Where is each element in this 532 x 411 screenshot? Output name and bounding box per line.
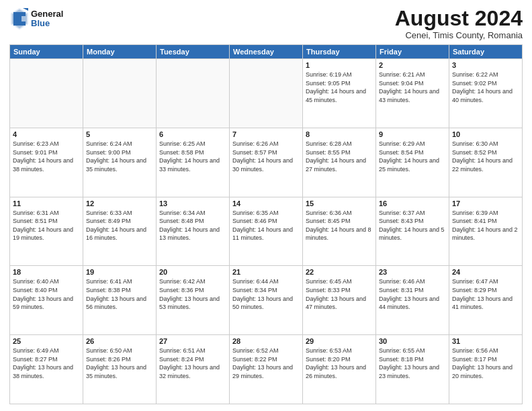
calendar-week-4: 25Sunrise: 6:49 AM Sunset: 8:27 PM Dayli… <box>10 335 523 404</box>
calendar-table: Sunday Monday Tuesday Wednesday Thursday… <box>9 44 523 404</box>
day-number: 13 <box>159 199 226 208</box>
day-number: 14 <box>232 199 300 208</box>
logo-icon <box>9 7 30 31</box>
month-title: August 2024 <box>395 7 523 30</box>
day-number: 29 <box>306 337 373 345</box>
day-info: Sunrise: 6:22 AM Sunset: 9:02 PM Dayligh… <box>452 71 519 104</box>
day-number: 24 <box>452 268 519 276</box>
day-number: 15 <box>306 199 373 208</box>
calendar-week-2: 11Sunrise: 6:31 AM Sunset: 8:51 PM Dayli… <box>10 197 523 266</box>
calendar-cell: 12Sunrise: 6:33 AM Sunset: 8:49 PM Dayli… <box>83 197 157 266</box>
calendar-cell: 2Sunrise: 6:21 AM Sunset: 9:04 PM Daylig… <box>376 59 449 128</box>
calendar-cell: 8Sunrise: 6:28 AM Sunset: 8:55 PM Daylig… <box>303 128 376 197</box>
day-info: Sunrise: 6:39 AM Sunset: 8:41 PM Dayligh… <box>452 209 519 242</box>
day-info: Sunrise: 6:34 AM Sunset: 8:48 PM Dayligh… <box>159 209 226 242</box>
calendar-cell: 13Sunrise: 6:34 AM Sunset: 8:48 PM Dayli… <box>157 197 230 266</box>
header-saturday: Saturday <box>449 45 523 59</box>
calendar-cell: 15Sunrise: 6:36 AM Sunset: 8:45 PM Dayli… <box>303 197 376 266</box>
day-info: Sunrise: 6:33 AM Sunset: 8:49 PM Dayligh… <box>86 209 153 242</box>
day-number: 4 <box>13 130 80 138</box>
day-info: Sunrise: 6:28 AM Sunset: 8:55 PM Dayligh… <box>306 140 373 173</box>
calendar-week-1: 4Sunrise: 6:23 AM Sunset: 9:01 PM Daylig… <box>10 128 523 197</box>
header: General Blue August 2024 Cenei, Timis Co… <box>9 7 523 40</box>
calendar-cell: 10Sunrise: 6:30 AM Sunset: 8:52 PM Dayli… <box>449 128 523 197</box>
day-info: Sunrise: 6:53 AM Sunset: 8:20 PM Dayligh… <box>306 347 373 380</box>
calendar-cell: 19Sunrise: 6:41 AM Sunset: 8:38 PM Dayli… <box>83 266 157 335</box>
day-number: 3 <box>452 61 519 69</box>
calendar-week-3: 18Sunrise: 6:40 AM Sunset: 8:40 PM Dayli… <box>10 266 523 335</box>
calendar-cell: 27Sunrise: 6:51 AM Sunset: 8:24 PM Dayli… <box>157 335 230 404</box>
day-info: Sunrise: 6:35 AM Sunset: 8:46 PM Dayligh… <box>232 209 300 242</box>
day-info: Sunrise: 6:55 AM Sunset: 8:18 PM Dayligh… <box>379 347 446 380</box>
day-number: 8 <box>306 130 373 138</box>
calendar-cell: 9Sunrise: 6:29 AM Sunset: 8:54 PM Daylig… <box>376 128 449 197</box>
day-number: 26 <box>86 337 153 345</box>
logo-blue: Blue <box>31 19 63 28</box>
day-info: Sunrise: 6:21 AM Sunset: 9:04 PM Dayligh… <box>379 71 446 104</box>
calendar-cell: 17Sunrise: 6:39 AM Sunset: 8:41 PM Dayli… <box>449 197 523 266</box>
header-sunday: Sunday <box>10 45 83 59</box>
calendar-cell: 6Sunrise: 6:25 AM Sunset: 8:58 PM Daylig… <box>157 128 230 197</box>
day-info: Sunrise: 6:50 AM Sunset: 8:26 PM Dayligh… <box>86 347 153 380</box>
header-friday: Friday <box>376 45 449 59</box>
page: General Blue August 2024 Cenei, Timis Co… <box>0 0 532 411</box>
day-number: 16 <box>379 199 446 208</box>
calendar-week-0: 1Sunrise: 6:19 AM Sunset: 9:05 PM Daylig… <box>10 59 523 128</box>
day-number: 2 <box>379 61 446 69</box>
header-thursday: Thursday <box>303 45 376 59</box>
day-info: Sunrise: 6:41 AM Sunset: 8:38 PM Dayligh… <box>86 277 153 311</box>
day-info: Sunrise: 6:42 AM Sunset: 8:36 PM Dayligh… <box>159 277 226 311</box>
calendar-cell: 28Sunrise: 6:52 AM Sunset: 8:22 PM Dayli… <box>230 335 303 404</box>
calendar-cell: 11Sunrise: 6:31 AM Sunset: 8:51 PM Dayli… <box>10 197 83 266</box>
calendar-cell: 24Sunrise: 6:47 AM Sunset: 8:29 PM Dayli… <box>449 266 523 335</box>
day-info: Sunrise: 6:45 AM Sunset: 8:33 PM Dayligh… <box>306 277 373 311</box>
day-info: Sunrise: 6:44 AM Sunset: 8:34 PM Dayligh… <box>232 277 300 311</box>
day-number: 17 <box>452 199 519 208</box>
title-block: August 2024 Cenei, Timis County, Romania <box>395 7 523 40</box>
day-number: 9 <box>379 130 446 138</box>
day-info: Sunrise: 6:51 AM Sunset: 8:24 PM Dayligh… <box>159 347 226 380</box>
day-info: Sunrise: 6:24 AM Sunset: 9:00 PM Dayligh… <box>86 140 153 173</box>
day-info: Sunrise: 6:30 AM Sunset: 8:52 PM Dayligh… <box>452 140 519 173</box>
calendar-cell: 14Sunrise: 6:35 AM Sunset: 8:46 PM Dayli… <box>230 197 303 266</box>
day-info: Sunrise: 6:52 AM Sunset: 8:22 PM Dayligh… <box>232 347 300 380</box>
day-number: 12 <box>86 199 153 208</box>
header-monday: Monday <box>83 45 157 59</box>
day-info: Sunrise: 6:25 AM Sunset: 8:58 PM Dayligh… <box>159 140 226 173</box>
day-info: Sunrise: 6:26 AM Sunset: 8:57 PM Dayligh… <box>232 140 300 173</box>
calendar-cell: 25Sunrise: 6:49 AM Sunset: 8:27 PM Dayli… <box>10 335 83 404</box>
day-info: Sunrise: 6:36 AM Sunset: 8:45 PM Dayligh… <box>306 209 373 242</box>
location-subtitle: Cenei, Timis County, Romania <box>395 30 523 40</box>
day-info: Sunrise: 6:37 AM Sunset: 8:43 PM Dayligh… <box>379 209 446 242</box>
logo-general: General <box>31 9 63 19</box>
day-info: Sunrise: 6:23 AM Sunset: 9:01 PM Dayligh… <box>13 140 80 173</box>
calendar-cell: 21Sunrise: 6:44 AM Sunset: 8:34 PM Dayli… <box>230 266 303 335</box>
day-number: 19 <box>86 268 153 276</box>
calendar-cell <box>10 59 83 128</box>
calendar-cell: 1Sunrise: 6:19 AM Sunset: 9:05 PM Daylig… <box>303 59 376 128</box>
calendar-cell: 18Sunrise: 6:40 AM Sunset: 8:40 PM Dayli… <box>10 266 83 335</box>
logo-text: General Blue <box>31 9 63 29</box>
day-number: 25 <box>13 337 80 345</box>
calendar-cell: 22Sunrise: 6:45 AM Sunset: 8:33 PM Dayli… <box>303 266 376 335</box>
day-number: 28 <box>232 337 300 345</box>
header-wednesday: Wednesday <box>230 45 303 59</box>
day-number: 5 <box>86 130 153 138</box>
calendar-cell: 3Sunrise: 6:22 AM Sunset: 9:02 PM Daylig… <box>449 59 523 128</box>
day-number: 10 <box>452 130 519 138</box>
day-info: Sunrise: 6:46 AM Sunset: 8:31 PM Dayligh… <box>379 277 446 311</box>
header-tuesday: Tuesday <box>157 45 230 59</box>
day-number: 27 <box>159 337 226 345</box>
day-number: 20 <box>159 268 226 276</box>
calendar-cell: 16Sunrise: 6:37 AM Sunset: 8:43 PM Dayli… <box>376 197 449 266</box>
calendar-cell: 23Sunrise: 6:46 AM Sunset: 8:31 PM Dayli… <box>376 266 449 335</box>
calendar-cell <box>230 59 303 128</box>
weekday-header-row: Sunday Monday Tuesday Wednesday Thursday… <box>10 45 523 59</box>
day-number: 31 <box>452 337 519 345</box>
day-number: 6 <box>159 130 226 138</box>
day-number: 11 <box>13 199 80 208</box>
calendar-cell: 29Sunrise: 6:53 AM Sunset: 8:20 PM Dayli… <box>303 335 376 404</box>
logo: General Blue <box>9 7 63 31</box>
calendar-body: 1Sunrise: 6:19 AM Sunset: 9:05 PM Daylig… <box>10 59 523 404</box>
calendar-cell: 26Sunrise: 6:50 AM Sunset: 8:26 PM Dayli… <box>83 335 157 404</box>
